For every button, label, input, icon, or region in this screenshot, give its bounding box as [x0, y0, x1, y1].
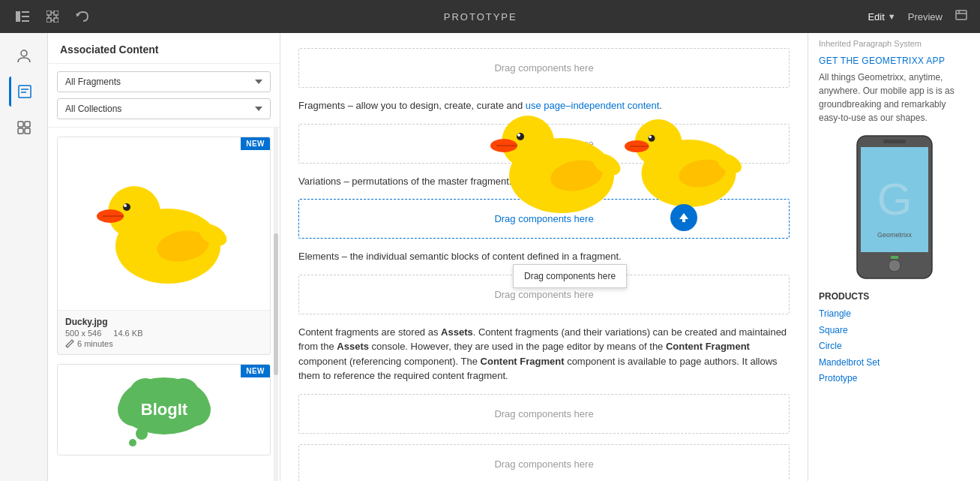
upload-icon-overlay[interactable]	[670, 204, 697, 231]
svg-rect-23	[25, 128, 30, 134]
item-time: 6 minutes	[65, 339, 262, 348]
right-panel: Inherited Paragraph System GET THE GEOME…	[808, 33, 980, 481]
phone-container: G Geometrixx	[819, 132, 970, 282]
svg-rect-21	[25, 122, 30, 127]
panel-filters: All Fragments All Collections	[48, 64, 280, 128]
new-badge: NEW	[241, 365, 270, 377]
left-sidebar	[0, 33, 48, 481]
svg-rect-1	[22, 11, 29, 13]
product-link-square[interactable]: Square	[819, 323, 970, 339]
svg-point-26	[123, 203, 130, 211]
panel-content-list: NEW	[48, 128, 280, 481]
product-link-mandelbrot[interactable]: Mandelbrot Set	[819, 355, 970, 371]
list-item: NEW BlogIt	[57, 364, 271, 455]
list-item: NEW	[57, 137, 271, 355]
product-link-triangle[interactable]: Triangle	[819, 306, 970, 323]
svg-rect-7	[54, 18, 58, 23]
preview-button[interactable]: Preview	[908, 11, 943, 23]
svg-rect-22	[18, 128, 23, 134]
svg-text:Geometrixx: Geometrixx	[877, 231, 912, 239]
sidebar-icon-user[interactable]	[9, 41, 39, 71]
drag-zone-5[interactable]: Drag components here	[298, 394, 790, 434]
inherited-text: Inherited Paragraph System	[819, 33, 970, 48]
svg-point-27	[124, 204, 127, 207]
item-name: Ducky.jpg	[65, 317, 262, 327]
sidebar-icon-components[interactable]	[9, 113, 39, 143]
collection-filter[interactable]: All Collections	[57, 98, 271, 119]
duck-svg	[89, 149, 239, 299]
page-title: PROTOTYPE	[444, 11, 517, 23]
phone-svg: G Geometrixx	[850, 132, 940, 282]
product-link-circle[interactable]: Circle	[819, 338, 970, 355]
drag-zone-4[interactable]: Drag components here	[298, 275, 790, 314]
drag-zone-3[interactable]: Drag components here	[298, 199, 790, 239]
svg-text:G: G	[877, 174, 912, 224]
blogit-image: BlogIt	[58, 365, 270, 455]
new-badge: NEW	[241, 137, 270, 150]
svg-rect-17	[19, 86, 31, 98]
svg-rect-64	[891, 256, 898, 259]
item-image	[58, 137, 270, 310]
edit-button[interactable]: Edit ▼	[868, 11, 895, 23]
item-meta: 500 x 546 14.6 KB	[65, 329, 262, 338]
undo-icon[interactable]	[72, 6, 93, 27]
drag-zone-1[interactable]: Drag components here	[298, 48, 790, 88]
item-size: 14.6 KB	[113, 329, 142, 338]
grid-icon[interactable]	[42, 6, 63, 27]
svg-rect-5	[46, 18, 51, 23]
app-body: All things Geometrixx, anytime, anywhere…	[819, 71, 970, 125]
svg-rect-0	[16, 11, 20, 22]
body-text: Content fragments are stored as Assets. …	[298, 325, 790, 383]
svg-rect-6	[54, 11, 58, 15]
products-title: PRODUCTS	[819, 291, 970, 302]
svg-rect-57	[682, 219, 685, 222]
associated-content-panel: Associated Content All Fragments All Col…	[48, 33, 280, 481]
toolbar: PROTOTYPE Edit ▼ Preview	[0, 0, 980, 33]
variations-text: Variations – permutations of the master …	[298, 174, 790, 189]
svg-point-16	[21, 50, 27, 56]
svg-point-62	[889, 260, 901, 272]
svg-point-37	[136, 428, 148, 440]
main-content-area: Drag components here Drag components her…	[280, 33, 808, 481]
elements-text: Elements – the individual semantic block…	[298, 249, 790, 264]
pencil-icon	[65, 339, 74, 348]
drag-zone-6[interactable]: Drag components here	[298, 444, 790, 482]
blogit-svg: BlogIt	[104, 372, 224, 447]
svg-rect-4	[46, 11, 51, 15]
main-layout: Associated Content All Fragments All Col…	[0, 33, 980, 481]
toolbar-left	[12, 6, 93, 27]
scrollbar-thumb[interactable]	[274, 233, 278, 374]
item-info: Ducky.jpg 500 x 546 14.6 KB 6 minutes	[58, 310, 270, 354]
app-title: GET THE GEOMETRIXX APP	[819, 56, 970, 66]
svg-rect-65	[900, 256, 907, 259]
toolbar-right: Edit ▼ Preview	[868, 9, 968, 24]
svg-rect-13	[956, 11, 967, 20]
share-icon[interactable]	[955, 9, 968, 24]
svg-rect-63	[883, 140, 906, 143]
drag-zone-2[interactable]: Drag components here	[298, 124, 790, 164]
svg-rect-3	[22, 20, 29, 22]
intro-text: Fragments – allow you to design, create,…	[298, 98, 790, 113]
fragment-filter[interactable]: All Fragments	[57, 71, 271, 92]
svg-rect-2	[22, 16, 29, 17]
products-list: Triangle Square Circle Mandelbrot Set Pr…	[819, 306, 970, 387]
upload-arrow-icon	[678, 212, 690, 224]
page-link[interactable]: use page–independent content	[526, 100, 660, 111]
svg-point-38	[129, 439, 136, 446]
item-dimensions: 500 x 546	[65, 329, 101, 338]
svg-text:BlogIt: BlogIt	[140, 400, 187, 419]
scrollbar-track[interactable]	[274, 128, 278, 481]
product-link-prototype[interactable]: Prototype	[819, 371, 970, 387]
svg-marker-56	[679, 213, 688, 219]
svg-rect-20	[18, 122, 23, 127]
svg-marker-12	[76, 14, 80, 17]
sidebar-icon-content[interactable]	[9, 77, 39, 107]
upload-circle-icon[interactable]	[670, 204, 697, 231]
associated-panel-title: Associated Content	[48, 33, 280, 64]
panel-toggle-icon[interactable]	[12, 6, 33, 27]
